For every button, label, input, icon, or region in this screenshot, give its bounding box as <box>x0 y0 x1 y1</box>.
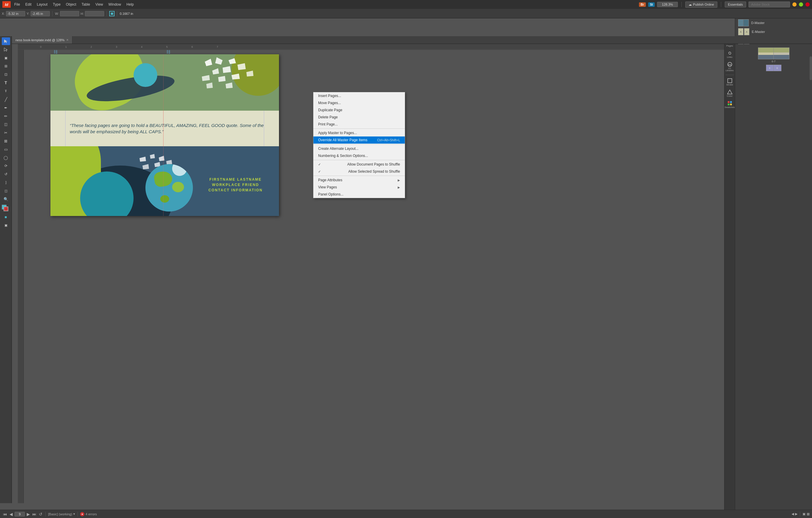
panel-toggle[interactable]: ▣ ▦ <box>803 512 810 516</box>
ctx-numbering[interactable]: Numbering & Section Options... <box>313 152 405 159</box>
svg-marker-24 <box>142 164 149 170</box>
icon-panel: Pages Links CC CC Libraries Stroke Color… <box>724 36 735 510</box>
minimize-button[interactable] <box>792 2 796 6</box>
y-field[interactable] <box>31 11 50 16</box>
page-tool[interactable]: ▣ <box>2 54 10 62</box>
cc-libraries-icon-item[interactable]: CC CC Libraries <box>725 61 734 73</box>
last-page-btn[interactable]: ⏭ <box>32 512 37 517</box>
e-master-item[interactable]: A A E-Master <box>736 27 811 36</box>
pencil-tool[interactable]: ✏ <box>2 112 10 120</box>
quote-text: “These facing pages are going to hold a … <box>59 119 279 138</box>
menu-object[interactable]: Object <box>64 2 78 7</box>
svg-marker-12 <box>212 68 219 74</box>
layout-status[interactable]: [Basic] (working) ▾ <box>48 512 75 516</box>
document-spread: ⛓ ⛓ <box>51 54 279 216</box>
links-icon-item[interactable]: Links <box>725 49 734 60</box>
spread-thumb-pair[interactable] <box>758 48 789 59</box>
title-bar-left: Id File Edit Layout Type Object Table Vi… <box>2 1 136 8</box>
essentials-button[interactable]: Essentials <box>725 1 746 7</box>
menu-view[interactable]: View <box>93 2 105 7</box>
bridge-button[interactable]: Br <box>639 2 646 7</box>
d-master-item[interactable]: D-Master <box>736 19 811 27</box>
panel-scrollbar[interactable] <box>810 56 812 80</box>
ctx-delete-page[interactable]: Delete Page <box>313 114 405 121</box>
ctx-create-alternate[interactable]: Create Alternate Layout... <box>313 145 405 152</box>
e-spread-thumb[interactable]: E E <box>766 65 781 71</box>
swatches-icon-item[interactable]: Swatches <box>725 99 734 110</box>
fill-color-indicator[interactable]: ■ <box>109 11 115 16</box>
d-master-label: D-Master <box>751 21 764 25</box>
content-collector-tool[interactable]: ⊡ <box>2 71 10 78</box>
menu-window[interactable]: Window <box>107 2 123 7</box>
sep <box>52 11 53 16</box>
x-field[interactable] <box>6 11 25 16</box>
erase-tool[interactable]: ◫ <box>2 120 10 128</box>
rectangle-tool[interactable]: ▭ <box>2 145 10 153</box>
fill-stroke-indicator[interactable] <box>2 205 8 211</box>
ctx-print-page[interactable]: Print Page... <box>313 121 405 128</box>
color-icon-item[interactable]: Color <box>725 88 734 99</box>
menu-table[interactable]: Table <box>80 2 92 7</box>
stock-button[interactable]: St <box>648 2 655 7</box>
chain-link-center: ⛓ <box>166 50 170 54</box>
center-guide <box>163 111 164 146</box>
ctx-override-master[interactable]: Override All Master Page Items Ctrl+Alt+… <box>313 136 405 144</box>
ctx-duplicate-page-label: Duplicate Page <box>318 108 342 112</box>
pen-tool[interactable]: ✒ <box>2 104 10 112</box>
shear-tool[interactable]: ⟧ <box>2 179 10 186</box>
stroke-icon-item[interactable]: Stroke <box>725 77 734 88</box>
scroll-left-btn[interactable]: ◀ <box>791 512 794 516</box>
type-tool[interactable]: T <box>2 79 10 87</box>
ctx-panel-options[interactable]: Panel Options... <box>313 191 405 198</box>
direct-selection-tool[interactable] <box>2 46 10 53</box>
svg-text:7: 7 <box>216 45 218 48</box>
prev-page-btn[interactable]: ◀ <box>9 512 13 517</box>
menu-file[interactable]: File <box>12 2 22 7</box>
w-field[interactable] <box>60 11 79 16</box>
ellipse-tool[interactable]: ◯ <box>2 154 10 161</box>
menu-help[interactable]: Help <box>125 2 136 7</box>
presentation-mode-tool[interactable]: ▣ <box>2 221 10 229</box>
maximize-button[interactable] <box>799 2 803 6</box>
ctx-allow-doc-shuffle[interactable]: ✓ Allow Document Pages to Shuffle <box>313 161 405 168</box>
menu-type[interactable]: Type <box>51 2 62 7</box>
zoom-tool[interactable]: 🔍 <box>2 195 10 203</box>
ctx-duplicate-page[interactable]: Duplicate Page <box>313 106 405 114</box>
ctx-view-pages[interactable]: View Pages ▶ <box>313 184 405 191</box>
svg-marker-22 <box>150 154 155 159</box>
menu-layout[interactable]: Layout <box>35 2 49 7</box>
type-on-path-tool[interactable]: Ŧ <box>2 87 10 95</box>
scroll-right-btn[interactable]: ▶ <box>795 512 798 516</box>
first-page-btn[interactable]: ⏮ <box>2 512 8 517</box>
document-tab[interactable]: ness book-template.indd @ 128% ✕ <box>12 36 72 43</box>
gradient-feather-tool[interactable]: ◫ <box>2 187 10 194</box>
ctx-apply-master[interactable]: Apply Master to Pages... <box>313 129 405 136</box>
ctx-page-attributes[interactable]: Page Attributes ▶ <box>313 177 405 184</box>
y-label: Y: <box>26 12 29 16</box>
publish-online-button[interactable]: ☁ Publish Online <box>685 1 717 8</box>
gap-tool[interactable]: ⊞ <box>2 62 10 70</box>
ctx-allow-spread-shuffle[interactable]: ✓ Allow Selected Spread to Shuffle <box>313 168 405 175</box>
panel-toggle-icon2: ▦ <box>807 512 810 516</box>
line-tool[interactable]: ╱ <box>2 95 10 103</box>
h-field[interactable] <box>85 11 104 16</box>
search-input[interactable] <box>749 1 790 7</box>
ctx-move-pages[interactable]: Move Pages... <box>313 99 405 106</box>
menu-edit[interactable]: Edit <box>24 2 33 7</box>
free-transform-tool[interactable]: ⟳ <box>2 162 10 170</box>
ctx-insert-pages[interactable]: Insert Pages... <box>313 92 405 99</box>
selection-tool[interactable] <box>2 37 10 45</box>
errors-status[interactable]: ● 4 errors <box>80 512 97 516</box>
refresh-btn[interactable]: ↺ <box>38 512 43 517</box>
scissors-tool[interactable]: ✂ <box>2 129 10 136</box>
next-page-btn[interactable]: ▶ <box>26 512 31 517</box>
preview-mode-tool[interactable]: ■ <box>2 213 10 221</box>
page-number-input[interactable] <box>14 512 25 517</box>
close-button[interactable] <box>806 2 810 6</box>
ctx-arrow1: ▶ <box>398 179 400 182</box>
ctx-allow-spread-shuffle-label: Allow Selected Spread to Shuffle <box>348 170 400 174</box>
separator <box>682 2 682 7</box>
rectangle-frame-tool[interactable]: ⊠ <box>2 137 10 145</box>
rotate-tool[interactable]: ↺ <box>2 170 10 178</box>
doc-tab-close[interactable]: ✕ <box>66 38 68 41</box>
